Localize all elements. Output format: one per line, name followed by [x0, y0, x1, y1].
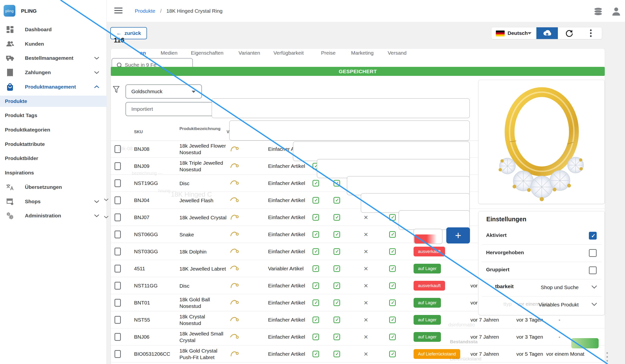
tab-versand[interactable]: Versand	[388, 50, 406, 56]
cell-sku: NST11GG	[134, 283, 157, 289]
cell-sku: BNJ09	[134, 163, 149, 169]
tab-marketing[interactable]: Marketing	[351, 50, 374, 56]
row-checkbox[interactable]	[115, 333, 121, 341]
product-thumbnail-icon	[228, 262, 242, 275]
cell-sku: NST55	[134, 317, 150, 323]
row-checkbox[interactable]	[115, 196, 121, 204]
page-title: 18K Hinged Crystal Ring	[166, 8, 223, 14]
product-thumbnail-icon	[228, 330, 242, 343]
chevron-down-icon[interactable]	[591, 303, 597, 307]
cell-product-type: Einfacher Artikel	[268, 197, 305, 203]
more-options-button[interactable]	[580, 27, 602, 39]
product-thumbnail-icon	[228, 194, 242, 206]
row-checkbox[interactable]	[115, 248, 121, 255]
cell-product-type: Einfacher Artikel	[268, 249, 305, 254]
row-menu-dots-icon[interactable]	[606, 352, 608, 364]
product-thumbnail-icon	[229, 313, 241, 325]
tab-medien[interactable]: Medien	[161, 50, 178, 56]
truck-icon	[6, 54, 14, 62]
row-checkbox[interactable]	[115, 162, 121, 170]
glitch-input-box	[347, 176, 470, 195]
row-checkbox[interactable]	[115, 214, 121, 221]
visibility-select[interactable]: Shop und Suche	[527, 284, 579, 290]
user-icon[interactable]	[612, 7, 621, 16]
row-checkbox[interactable]	[115, 282, 121, 290]
cell-product-type: Einfacher Artikel	[268, 163, 305, 169]
cloud-upload-button[interactable]	[536, 27, 558, 39]
sidebar-item-kunden[interactable]: Kunden	[0, 38, 107, 50]
chevron-down-icon[interactable]	[591, 285, 597, 289]
sidebar-item-shops[interactable]: Shops	[0, 196, 107, 207]
tab-eigenschaften[interactable]: Eigenschaften	[191, 50, 223, 56]
tab-stammdaten-partial[interactable]: en	[140, 50, 146, 56]
language-dropdown-icon[interactable]	[528, 32, 531, 34]
refresh-icon	[565, 29, 573, 37]
sidebar-item-produktkategorien[interactable]: Produktkategorien	[0, 124, 107, 135]
hervorgehoben-checkbox[interactable]	[589, 249, 597, 257]
row-expand-icon[interactable]	[104, 198, 109, 201]
sidebar-item-produktbilder[interactable]: Produktbilder	[0, 153, 107, 164]
sidebar-item-dashboard[interactable]: Dashboard	[0, 24, 107, 35]
cell-updated-date: vor 3 Tagen	[516, 334, 543, 340]
sidebar-item-inspirations[interactable]: Inspirations	[0, 167, 107, 178]
language-select[interactable]: Deutsch	[508, 30, 528, 36]
menu-icon[interactable]	[114, 8, 123, 14]
ghost-text: bezeichnung —	[132, 171, 162, 176]
database-icon[interactable]	[594, 7, 603, 16]
x-mark-icon: ×	[364, 316, 368, 324]
row-checkbox[interactable]	[115, 299, 121, 307]
aktiviert-checkbox[interactable]	[589, 232, 597, 240]
visible-check-icon	[334, 282, 340, 289]
sidebar-item-produktattribute[interactable]: Produktattribute	[0, 139, 107, 150]
breadcrumb-produkte-link[interactable]: Produkte	[135, 8, 155, 14]
sidebar-item-administration[interactable]: Administration	[0, 210, 107, 221]
cell-updated-date: vor 5 Tagen	[516, 351, 543, 357]
row-checkbox[interactable]	[115, 316, 121, 324]
cell-created-date: vor 7 Jahren	[470, 334, 499, 340]
x-mark-icon: ×	[364, 230, 368, 239]
product-thumbnail-icon	[229, 297, 241, 308]
store-icon	[6, 197, 14, 206]
cell-sku: BIO0531206CC	[134, 351, 170, 357]
visible-check-icon	[334, 316, 340, 323]
cell-product-name: 18k Gold Ball Nosestud	[180, 296, 227, 309]
row-checkbox[interactable]	[115, 265, 121, 273]
language-toolbar: Deutsch	[491, 27, 602, 39]
sidebar-item-bestellmanagement[interactable]: Bestellmanagement	[0, 53, 107, 64]
cell-sku: BNJ07	[134, 214, 149, 220]
stock-check-icon	[389, 334, 396, 340]
plus-icon: +	[455, 229, 461, 242]
row-checkbox[interactable]	[115, 350, 121, 358]
column-header-sku[interactable]: SKU	[134, 130, 143, 135]
divider	[482, 245, 602, 245]
glitch-input-box	[229, 120, 470, 140]
row-checkbox[interactable]	[115, 230, 121, 238]
sidebar-item-produktmanagement[interactable]: Produktmanagement	[0, 81, 107, 92]
cell-product-type: Einfacher Artikel	[268, 180, 305, 186]
ghost-count: 116	[114, 37, 125, 44]
dropdown-arrow-icon	[192, 91, 195, 93]
active-check-icon	[312, 299, 319, 306]
tab-preise[interactable]: Preise	[321, 50, 336, 56]
product-thumbnail-icon	[229, 245, 241, 257]
add-button[interactable]: +	[446, 227, 470, 244]
category-filter-select[interactable]: Goldschmuck	[125, 84, 202, 99]
table-row: BNJ0618k Jewelled Small CrystalEinfacher…	[111, 328, 605, 345]
sidebar-item-produkte[interactable]: Produkte	[0, 96, 107, 107]
hidden-badge-sliver	[414, 234, 437, 244]
tab-varianten[interactable]: Varianten	[239, 50, 260, 56]
row-checkbox[interactable]	[115, 179, 121, 187]
stock-progress-bar	[571, 338, 599, 348]
gruppiert-checkbox[interactable]	[589, 266, 597, 274]
visible-check-icon	[334, 351, 340, 357]
row-expand-icon[interactable]	[104, 215, 109, 219]
sidebar-item-produkt-tags[interactable]: Produkt Tags	[0, 110, 107, 121]
sidebar-item-zahlungen[interactable]: Zahlungen	[0, 67, 107, 78]
top-header: Produkte / 18K Hinged Crystal Ring	[107, 0, 625, 22]
sidebar-item-uebersetzungen[interactable]: Übersetzungen	[0, 182, 107, 193]
status-badge: auf Lager	[414, 332, 441, 342]
active-check-icon	[312, 214, 319, 221]
refresh-button[interactable]	[558, 27, 580, 39]
column-header-name[interactable]: Produktbezeichnung	[180, 126, 220, 131]
tab-verfuegbarkeit[interactable]: Verfügbarkeit	[273, 50, 304, 56]
